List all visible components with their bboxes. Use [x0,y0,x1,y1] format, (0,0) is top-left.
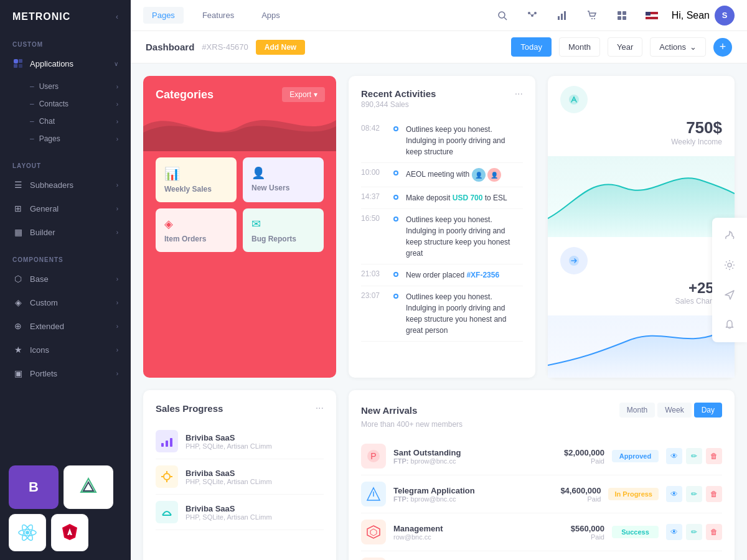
sidebar-item-pages[interactable]: – Pages › [0,130,131,147]
icons-icon: ★ [12,344,24,355]
tab-features[interactable]: Features [194,7,243,24]
top-row: Categories Export ▾ 📊 Weekly Sales [143,76,735,378]
grid-icon[interactable] [612,6,632,26]
delete-button-2[interactable]: 🗑 [706,486,722,502]
add-new-button[interactable]: Add New [256,40,305,55]
filter-month-button[interactable]: Month [559,37,600,57]
right-bell-icon[interactable] [720,315,740,335]
svg-text:P: P [370,451,376,461]
svg-rect-20 [558,16,560,20]
category-item-bug-reports[interactable]: ✉ Bug Reports [243,208,324,252]
income-label: Weekly Income [560,138,722,146]
user-greeting[interactable]: Hi, Sean S [672,6,735,26]
bug-reports-label: Bug Reports [251,235,315,243]
filter-week-btn[interactable]: Week [657,403,691,418]
delete-button-1[interactable]: 🗑 [706,448,722,464]
filter-month-btn[interactable]: Month [619,403,655,418]
export-label: Export [289,90,311,99]
actions-dropdown-button[interactable]: Actions ⌄ [650,37,706,57]
right-paint-icon[interactable] [720,225,740,245]
builder-icon: ▦ [12,226,24,238]
network-icon[interactable] [522,6,542,26]
export-chevron-icon: ▾ [314,90,317,99]
weekly-sales-icon: 📊 [164,166,228,181]
topnav-icons-group: Hi, Sean S [492,6,735,26]
sidebar-item-extended[interactable]: ⊕ Extended › [0,314,131,338]
category-item-orders[interactable]: ◈ Item Orders [156,208,237,252]
chart-icon[interactable] [552,6,572,26]
filter-today-button[interactable]: Today [511,37,552,57]
activity-avatars: 👤 👤 [472,168,501,182]
sales-progress-menu-icon[interactable]: ··· [316,403,324,414]
sidebar-item-users[interactable]: – Users › [0,78,131,95]
sidebar-item-custom[interactable]: ◈ Custom › [0,291,131,314]
category-item-weekly-sales[interactable]: 📊 Weekly Sales [156,157,237,202]
users-chevron-icon: › [116,83,118,90]
custom-chevron-icon: › [116,299,118,306]
arrivals-title: New Arrivals [361,405,417,416]
custom-section-label: CUSTOM [0,34,131,52]
activities-menu-icon[interactable]: ··· [515,88,523,100]
search-icon[interactable] [492,6,512,26]
edit-button-1[interactable]: ✏ [686,448,702,464]
arrival-row-2: Telegram Application FTP: bprow@bnc.cc $… [361,475,722,513]
sidebar-logo: METRONIC ‹ [0,0,131,34]
page-content: Categories Export ▾ 📊 Weekly Sales [131,63,747,560]
sidebar-item-chat[interactable]: – Chat › [0,113,131,130]
delete-button-3[interactable]: 🗑 [706,524,722,540]
activity-text-4: Outlines keep you honest. Indulging in p… [406,214,523,259]
right-send-icon[interactable] [720,285,740,305]
shopping-cart-icon[interactable] [582,6,602,26]
sidebar-collapse-icon[interactable]: ‹ [116,12,118,21]
filter-year-button[interactable]: Year [608,37,642,57]
add-plus-button[interactable]: + [713,38,732,57]
arrival-price-3: $560,000 [548,524,604,533]
top-navigation: Pages Features Apps Hi, Sean [131,0,747,31]
sidebar-item-portlets[interactable]: ▣ Portlets › [0,362,131,385]
category-item-new-users[interactable]: 👤 New Users [243,157,324,202]
view-button-3[interactable]: 👁 [666,524,682,540]
view-button-2[interactable]: 👁 [666,486,682,502]
contacts-chevron-icon: › [116,101,118,108]
sidebar-item-contacts[interactable]: – Contacts › [0,95,131,113]
tab-pages[interactable]: Pages [143,7,184,24]
flag-icon[interactable] [642,6,662,26]
sidebar-item-base[interactable]: ⬡ Base › [0,267,131,291]
arrival-name-1: Sant Outstanding [393,448,541,457]
svg-text:👤: 👤 [475,171,483,179]
sidebar-item-subheaders[interactable]: ☰ Subheaders › [0,173,131,197]
arrival-row-1: P Sant Outstanding FTP: bprow@bnc.cc $2,… [361,437,722,475]
svg-point-23 [591,18,593,19]
edit-button-2[interactable]: ✏ [686,486,702,502]
sidebar-item-builder[interactable]: ▦ Builder › [0,220,131,244]
arrival-icon-1: P [361,444,386,469]
activity-time-6: 23:07 [361,291,386,300]
progress-item-2: Briviba SaaS PHP, SQLite, Artisan CLimm [156,459,324,495]
sidebar-item-applications[interactable]: Applications ∨ [0,52,131,75]
view-button-1[interactable]: 👁 [666,448,682,464]
filter-day-btn[interactable]: Day [694,403,722,418]
activity-dot-4 [393,217,398,222]
arrivals-header: New Arrivals Month Week Day [361,403,722,418]
svg-rect-25 [618,11,621,15]
orders-label: Item Orders [164,235,228,243]
activity-item-6: 23:07 Outlines keep you honest. Indulgin… [361,286,523,342]
sidebar-item-icons[interactable]: ★ Icons › [0,338,131,362]
progress-name-2: Briviba SaaS [186,469,324,478]
right-settings-icon[interactable] [720,255,740,275]
export-button[interactable]: Export ▾ [282,87,325,102]
sidebar-item-general[interactable]: ⊞ General › [0,197,131,220]
tab-apps[interactable]: Apps [253,7,289,24]
svg-rect-39 [161,443,164,447]
activity-dot-3 [393,195,398,200]
activity-time-3: 14:37 [361,192,386,201]
income-top-section: 750$ Weekly Income [548,76,735,156]
edit-button-3[interactable]: ✏ [686,524,702,540]
applications-chevron-icon: ∨ [114,60,118,67]
extended-chevron-icon: › [116,323,118,330]
income-chart-bottom [548,315,735,378]
angular-badge [51,514,88,551]
react-badge [9,514,46,551]
progress-name-1: Briviba SaaS [186,433,324,442]
actions-chevron-icon: ⌄ [690,42,697,52]
